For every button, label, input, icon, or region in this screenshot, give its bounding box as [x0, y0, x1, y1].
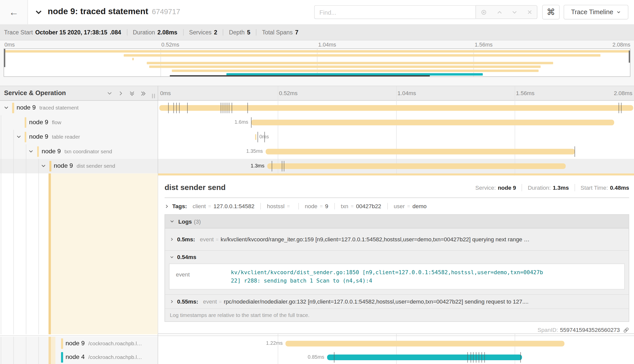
tag-client: client=127.0.0.1:54582: [193, 203, 261, 209]
span-bar[interactable]: [251, 120, 614, 125]
span-rows: node 9traced statement node 9flow 1.6ms: [0, 101, 634, 174]
span-row-txn-coordinator-send[interactable]: node 9txn coordinator send 1.35ms: [0, 144, 634, 159]
span-row-traced-statement[interactable]: node 9traced statement: [0, 101, 634, 115]
span-row-flow[interactable]: node 9flow 1.6ms: [0, 115, 634, 130]
span-bar[interactable]: [159, 105, 633, 111]
minimap-tick-104: 1.04ms: [318, 42, 336, 48]
service-color-bar: [61, 352, 63, 362]
back-button[interactable]: ←: [0, 0, 28, 24]
ruler-tick-052: 0.52ms: [279, 90, 298, 96]
collapse-all-icon[interactable]: [129, 91, 135, 97]
indent-guide: [26, 174, 26, 334]
span-bar-cell[interactable]: 0.85ms: [159, 350, 633, 364]
page-header: ← node 9: traced statement6749717 ⌘: [0, 0, 634, 24]
logs-header[interactable]: Logs (3): [165, 215, 629, 228]
find-clear-icon[interactable]: [527, 9, 532, 15]
row-collapse-chevron-icon[interactable]: [28, 149, 34, 154]
minimap-left-drag-handle[interactable]: [4, 49, 5, 67]
span-row-table-reader[interactable]: node 9table reader 0ms: [0, 130, 634, 144]
span-bar-cell[interactable]: 1.3ms: [159, 159, 633, 174]
service-color-bar: [25, 117, 26, 128]
span-label: node 9txn coordinator send: [42, 147, 112, 155]
log-entry-2-header[interactable]: 0.54ms: [165, 251, 629, 264]
span-bar[interactable]: [285, 341, 564, 346]
minimap-tick-0: 0ms: [5, 42, 15, 48]
indent-guide: [1, 337, 1, 364]
chevron-right-icon: [164, 204, 169, 208]
span-duration-label: 0ms: [259, 134, 269, 139]
span-bar-cell[interactable]: [159, 101, 633, 115]
span-row-dist-sender-send[interactable]: node 9dist sender send 1.3ms: [0, 159, 634, 174]
indent-guide: [13, 130, 14, 174]
span-bar[interactable]: [266, 149, 575, 154]
span-bar[interactable]: [255, 134, 256, 140]
log-entry-1[interactable]: 0.5ms: event=kv/kvclient/kvcoord/range_i…: [165, 228, 629, 251]
trace-view-dropdown[interactable]: Trace Timeline: [564, 5, 628, 19]
minimap-span-dist-sender-send: [149, 66, 540, 68]
span-duration-label: 1.35ms: [246, 148, 263, 154]
keyboard-shortcuts-button[interactable]: ⌘: [542, 5, 560, 19]
minimap-tick-052: 0.52ms: [161, 42, 179, 48]
row-collapse-chevron-icon[interactable]: [4, 105, 9, 111]
divider: [223, 29, 223, 35]
minimap-scrubber[interactable]: [170, 75, 430, 76]
bottom-span-rows: node 9/cockroach.roachpb.l… 1.22ms node …: [0, 337, 634, 364]
span-id-label: SpanID:: [538, 327, 558, 333]
find-controls: [475, 5, 537, 19]
detail-stats: Service:node 9 Duration:1.3ms Start Time…: [475, 184, 629, 191]
divider: [522, 184, 522, 191]
indent-guide: [1, 115, 1, 173]
expand-all-icon[interactable]: [140, 91, 146, 97]
collapse-title-chevron-icon[interactable]: [35, 9, 42, 16]
minimap-viewing-canvas[interactable]: [4, 49, 630, 77]
chevron-right-icon: [170, 299, 174, 304]
column-resize-grip[interactable]: [152, 94, 155, 98]
back-arrow-icon: ←: [9, 7, 18, 18]
span-bar[interactable]: [267, 163, 565, 169]
span-bar-cell[interactable]: 0ms: [159, 130, 633, 144]
span-bar-cell[interactable]: 1.35ms: [159, 144, 633, 159]
span-bar-cell[interactable]: 1.22ms: [159, 337, 633, 350]
log-field-key: event: [170, 268, 231, 285]
detail-service: Service:node 9: [475, 184, 516, 191]
indent-guide: [1, 174, 1, 334]
find-prev-icon[interactable]: [496, 9, 502, 15]
span-duration-label: 1.22ms: [266, 340, 283, 346]
row-collapse-chevron-icon[interactable]: [16, 134, 22, 140]
tags-toggle-row[interactable]: Tags: client=127.0.0.1:54582 hostssl= no…: [164, 199, 629, 213]
deep-link-icon[interactable]: [623, 327, 629, 333]
collapse-one-icon[interactable]: [107, 91, 112, 96]
trace-summary-bar: Trace StartOctober 15 2020, 17:38:15.084…: [0, 24, 634, 40]
log-field-value: kv/kvclient/kvcoord/dist_sender.go:1850 …: [231, 268, 544, 285]
divider: [183, 29, 183, 35]
minimap-tick-156: 1.56ms: [475, 42, 493, 48]
trace-timeline-page: ← node 9: traced statement6749717 ⌘: [0, 0, 634, 364]
find-input[interactable]: [314, 5, 476, 19]
expand-one-icon[interactable]: [118, 91, 124, 96]
tag-hostssl: hostssl=: [261, 203, 299, 209]
ruler-tick-156: 1.56ms: [516, 90, 534, 96]
log-entry-3[interactable]: 0.55ms: event=rpc/nodedialer/nodedialer.…: [165, 294, 629, 308]
divider: [127, 29, 127, 35]
span-label: node 4/cockroach.roachpb.l…: [66, 353, 142, 360]
service-color-bar: [49, 161, 51, 172]
minimap-right-drag-handle[interactable]: [629, 51, 630, 63]
trace-duration: Duration2.08ms: [133, 29, 177, 35]
span-duration-label: 0.85ms: [308, 354, 324, 359]
row-collapse-chevron-icon[interactable]: [41, 163, 46, 169]
span-row-roachpb-node4[interactable]: node 4/cockroach.roachpb.l… 0.85ms: [0, 350, 634, 364]
locate-icon[interactable]: [480, 9, 487, 15]
span-label: node 9dist sender send: [54, 162, 115, 169]
span-row-roachpb-node9[interactable]: node 9/cockroach.roachpb.l… 1.22ms: [0, 337, 634, 350]
find-next-icon[interactable]: [512, 9, 518, 15]
tag-user: user=demo: [388, 203, 433, 209]
span-bar[interactable]: [327, 354, 522, 360]
log-field: event=kv/kvclient/kvcoord/range_iter.go:…: [200, 236, 530, 243]
span-duration-label: 1.3ms: [251, 163, 264, 168]
span-bar-cell[interactable]: 1.6ms: [159, 115, 633, 130]
indent-guide: [13, 174, 14, 334]
detail-header: dist sender send Service:node 9 Duration…: [164, 180, 629, 195]
ruler-tick-104: 1.04ms: [397, 90, 416, 96]
service-operation-header: Service & Operation: [4, 89, 66, 97]
ruler-tick-0: 0ms: [160, 90, 171, 96]
